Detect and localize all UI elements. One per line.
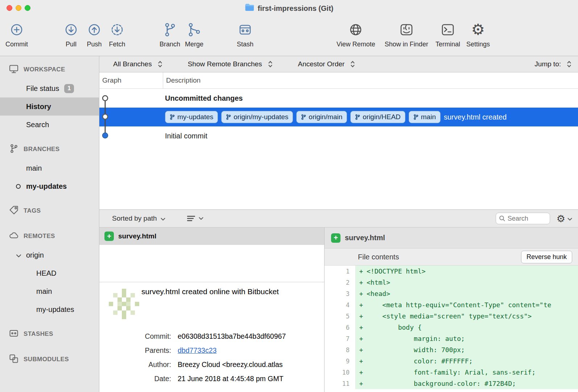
gear-icon: ⚙ (471, 21, 485, 38)
terminal-button[interactable]: Terminal (435, 21, 460, 48)
sidebar-item-file-status[interactable]: File status 1 (0, 79, 99, 97)
stash-button[interactable]: Stash (237, 21, 253, 48)
commit-hash-row: Commit: e06308d31513ba7be44b3df60967 (99, 329, 318, 343)
code-text: width: 700px; (367, 344, 578, 355)
sidebar-section-remotes[interactable]: REMOTES (0, 226, 99, 246)
added-marker: + (356, 288, 367, 299)
code-text: <html> (367, 277, 578, 288)
jump-to-dropdown[interactable]: Jump to: (534, 60, 571, 68)
branch-icon (162, 21, 178, 38)
order-filter-dropdown[interactable]: Ancestor Order (298, 60, 355, 68)
merge-button[interactable]: Merge (185, 21, 203, 48)
sort-dropdown[interactable]: Sorted by path (112, 214, 165, 222)
branch-badge[interactable]: origin/main (296, 111, 347, 123)
branches-icon (9, 143, 19, 155)
remote-branches-filter-dropdown[interactable]: Show Remote Branches (188, 60, 273, 68)
diff-line: 7 + margin: auto; (325, 333, 578, 344)
branch-button[interactable]: Branch (160, 21, 180, 48)
file-options-gear[interactable]: ⚙ (557, 214, 572, 224)
line-number: 11 (325, 378, 356, 389)
minimize-window-button[interactable] (16, 5, 21, 11)
avatar (109, 289, 139, 319)
branch-badge[interactable]: origin/HEAD (350, 111, 405, 123)
branch-icon (301, 114, 306, 120)
sidebar-remote-origin-my-updates[interactable]: my-updates (0, 300, 99, 318)
sidebar-remote-origin[interactable]: origin (0, 246, 99, 264)
added-marker: + (356, 322, 367, 333)
search-field[interactable] (496, 213, 550, 224)
view-options-dropdown[interactable] (187, 216, 203, 221)
merge-icon (186, 21, 203, 38)
line-number: 8 (325, 344, 356, 355)
history-filter-bar: All Branches Show Remote Branches Ancest… (99, 56, 578, 72)
line-number: 10 (325, 367, 356, 378)
parent-commit-link[interactable]: dbd7733c23 (178, 346, 216, 355)
close-window-button[interactable] (7, 5, 12, 11)
current-branch-indicator (16, 184, 21, 189)
code-text: margin: auto; (367, 333, 578, 344)
branch-badge[interactable]: main (409, 111, 441, 123)
sidebar-section-tags[interactable]: TAGS (0, 201, 99, 221)
code-text: <style media="screen" type="text/css"> (367, 310, 578, 322)
pull-icon (63, 21, 79, 38)
sidebar-section-submodules[interactable]: SUBMODULES (0, 350, 99, 369)
file-added-icon: + (331, 233, 340, 243)
pull-button[interactable]: Pull (63, 21, 79, 48)
commit-button[interactable]: Commit (5, 21, 28, 48)
commit-meta: Commit: e06308d31513ba7be44b3df60967 Par… (141, 329, 318, 386)
list-view-icon (187, 216, 195, 221)
sidebar-remote-origin-head[interactable]: HEAD (0, 264, 99, 282)
history-row-initial[interactable]: Initial commit (99, 126, 578, 145)
file-added-icon: + (104, 232, 114, 241)
fetch-button[interactable]: Fetch (109, 21, 125, 48)
main-panel: All Branches Show Remote Branches Ancest… (99, 56, 578, 392)
history-row-uncommitted[interactable]: Uncommitted changes (99, 89, 578, 108)
diff-line: 4 + <meta http-equiv="Content-Type" cont… (325, 299, 578, 310)
branch-icon (355, 114, 360, 120)
chevron-down-icon (199, 217, 203, 220)
line-number: 9 (325, 355, 356, 367)
stashes-icon (9, 328, 19, 340)
commit-icon (8, 21, 25, 38)
added-marker: + (356, 310, 367, 322)
sidebar-section-workspace[interactable]: WORKSPACE (0, 60, 99, 79)
sidebar-branch-main[interactable]: main (0, 159, 99, 177)
added-marker: + (356, 344, 367, 355)
description-column-header[interactable]: Description (163, 72, 578, 88)
branch-icon (226, 114, 231, 120)
file-list-toolbar: Sorted by path ⚙ (99, 209, 578, 228)
sidebar-remote-origin-main[interactable]: main (0, 282, 99, 300)
push-icon (86, 21, 103, 38)
sidebar-item-history[interactable]: History (0, 97, 99, 116)
sidebar-item-search[interactable]: Search (0, 116, 99, 134)
globe-icon (347, 21, 364, 38)
app-window: first-impressions (Git) Commit Pull Push… (0, 0, 578, 392)
commit-hash: e06308d31513ba7be44b3df60967 (178, 332, 286, 341)
tag-icon (9, 205, 19, 217)
branch-filter-dropdown[interactable]: All Branches (113, 60, 162, 68)
reverse-hunk-button[interactable]: Reverse hunk (521, 251, 572, 263)
diff-line: 9 + color: #FFFFFF; (325, 355, 578, 367)
sidebar: WORKSPACE File status 1 History Search B… (0, 56, 99, 392)
line-number: 4 (325, 299, 356, 310)
branch-badge[interactable]: my-updates (165, 111, 218, 123)
commit-parents-row: Parents: dbd7733c23 (99, 343, 318, 358)
added-marker: + (356, 299, 367, 310)
sidebar-section-branches[interactable]: BRANCHES (0, 139, 99, 159)
hunk-title: File contents (358, 253, 399, 261)
search-input[interactable] (508, 215, 544, 222)
file-list-item[interactable]: + survey.html (99, 228, 324, 245)
push-button[interactable]: Push (86, 21, 103, 48)
sidebar-branch-my-updates[interactable]: my-updates (0, 177, 99, 195)
graph-column-header[interactable]: Graph (99, 72, 163, 88)
show-in-finder-button[interactable]: Show in Finder (385, 21, 428, 48)
sidebar-section-stashes[interactable]: STASHES (0, 324, 99, 344)
commit-details: survey.html created online with Bitbucke… (99, 282, 324, 392)
view-remote-button[interactable]: View Remote (337, 21, 375, 48)
zoom-window-button[interactable] (25, 5, 30, 11)
folder-icon (245, 4, 255, 13)
settings-button[interactable]: ⚙ Settings (466, 21, 490, 48)
history-row-selected[interactable]: my-updates origin/my-updates origin/main (99, 108, 578, 126)
branch-badge[interactable]: origin/my-updates (221, 111, 293, 123)
code-text: <meta http-equiv="Content-Type" content=… (367, 299, 578, 310)
